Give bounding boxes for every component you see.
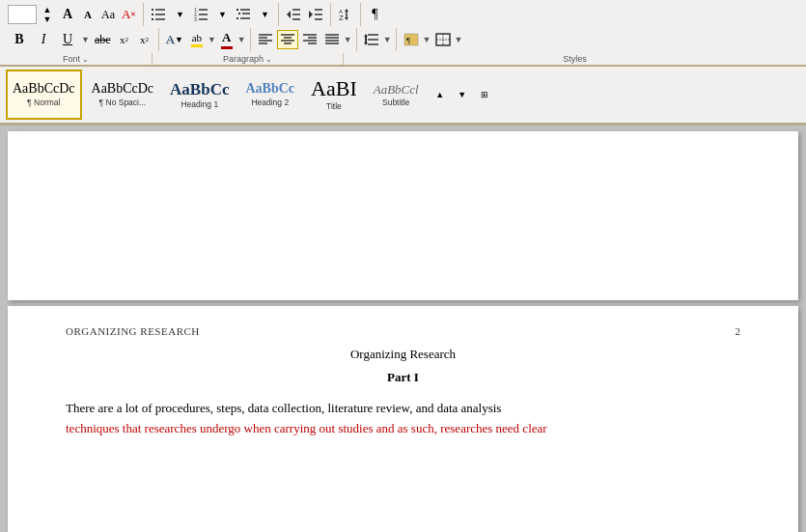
align-center-btn[interactable]: [277, 30, 298, 49]
numbered-list-btn[interactable]: 1.2.3.: [190, 5, 211, 24]
style-heading1-preview: AaBbCc: [170, 81, 229, 98]
font-size-group: 12 ▲ ▼ A A Aa A ✕: [4, 3, 144, 26]
indent-group: [279, 3, 331, 26]
styles-more-btn[interactable]: ⊞: [475, 70, 494, 120]
svg-marker-22: [309, 11, 313, 18]
bullet-list-btn[interactable]: [148, 5, 169, 24]
style-subtitle[interactable]: AaBbCcl Subtitle: [367, 70, 426, 120]
highlight-dropdown-arrow: ▼: [208, 35, 216, 44]
document-area: ORGANIZING RESEARCH 2 Organizing Researc…: [0, 126, 806, 532]
style-normal-label: ¶ Normal: [27, 98, 60, 107]
subscript-btn[interactable]: x2: [115, 30, 134, 49]
multilevel-list-dropdown[interactable]: ▼: [255, 5, 274, 24]
svg-text:Z: Z: [339, 14, 344, 22]
line-spacing-dropdown-arrow: ▼: [383, 35, 392, 44]
line-spacing-group: ▼: [357, 28, 397, 51]
page-header: ORGANIZING RESEARCH 2: [66, 325, 740, 337]
svg-rect-16: [236, 17, 238, 19]
list-group: ▼ 1.2.3. ▼ ▼: [144, 3, 279, 26]
styles-scroll-up-btn[interactable]: ▲: [431, 70, 450, 120]
font-color-btn[interactable]: A: [217, 30, 236, 49]
svg-marker-29: [345, 9, 348, 12]
styles-bar: AaBbCcDc ¶ Normal AaBbCcDc ¶ No Spaci...…: [0, 67, 806, 125]
show-para-group: ¶: [361, 3, 388, 26]
underline-dropdown-arrow: ▼: [81, 35, 90, 44]
page-body[interactable]: There are a lot of procedures, steps, da…: [66, 399, 740, 439]
alignment-group: ▼: [251, 28, 357, 51]
superscript-btn[interactable]: x2: [135, 30, 154, 49]
show-formatting-btn[interactable]: ¶: [365, 5, 384, 24]
style-normal-preview: AaBbCcDc: [13, 82, 75, 96]
decrease-indent-btn[interactable]: [283, 5, 304, 24]
shading-dropdown-arrow: ▼: [423, 35, 431, 44]
change-case-btn[interactable]: Aa: [98, 5, 118, 24]
font-group-label: Font ⌄: [0, 53, 153, 65]
svg-rect-12: [236, 9, 238, 11]
multilevel-list-btn[interactable]: [233, 5, 254, 24]
line-spacing-btn[interactable]: [361, 30, 382, 49]
align-left-btn[interactable]: [255, 30, 276, 49]
style-title-label: Title: [326, 101, 342, 111]
font-shrink-btn[interactable]: A: [78, 5, 97, 24]
font-color-dropdown-arrow: ▼: [237, 35, 246, 44]
svg-rect-14: [238, 13, 240, 14]
justify-btn[interactable]: [321, 30, 343, 49]
svg-marker-30: [345, 17, 348, 20]
svg-marker-18: [287, 11, 291, 18]
align-right-btn[interactable]: [299, 30, 320, 49]
svg-text:¶: ¶: [406, 36, 410, 45]
clear-format-btn[interactable]: A ✕: [119, 5, 139, 24]
styles-group-label: Styles: [344, 53, 806, 65]
underline-btn[interactable]: U: [56, 30, 79, 49]
style-subtitle-label: Subtitle: [382, 98, 409, 107]
bullet-list-dropdown[interactable]: ▼: [170, 5, 189, 24]
style-heading2-preview: AaBbCc: [246, 82, 295, 96]
bold-btn[interactable]: B: [8, 30, 31, 49]
svg-text:3.: 3.: [194, 16, 198, 22]
style-heading1[interactable]: AaBbCc Heading 1: [163, 70, 236, 120]
style-no-spacing-label: ¶ No Spaci...: [99, 98, 147, 107]
style-title[interactable]: AaBI Title: [304, 70, 364, 120]
page-number: 2: [736, 325, 741, 337]
paragraph-group-label: Paragraph ⌄: [153, 53, 344, 65]
style-subtitle-preview: AaBbCcl: [374, 83, 419, 96]
svg-rect-4: [152, 18, 153, 20]
style-no-spacing-preview: AaBbCcDc: [92, 82, 154, 96]
text-effects-group: A ▼ ab ▼ A ▼: [159, 28, 251, 51]
page-header-title: ORGANIZING RESEARCH: [66, 325, 200, 337]
font-format-group: B I U ▼ abc x2 x2: [4, 28, 159, 51]
style-normal[interactable]: AaBbCcDc ¶ Normal: [6, 70, 82, 120]
borders-btn[interactable]: [432, 30, 454, 49]
svg-marker-50: [364, 34, 368, 45]
page-2[interactable]: ORGANIZING RESEARCH 2 Organizing Researc…: [8, 306, 798, 532]
style-heading2-label: Heading 2: [251, 98, 289, 107]
body-paragraph-1: There are a lot of procedures, steps, da…: [66, 399, 740, 419]
highlight-btn[interactable]: ab: [187, 30, 207, 49]
font-size-down-btn[interactable]: ▼: [38, 14, 57, 24]
style-heading1-label: Heading 1: [181, 99, 218, 109]
sort-btn[interactable]: AZ: [335, 5, 356, 24]
toolbar-row-1: 12 ▲ ▼ A A Aa A ✕ ▼ 1.2.3. ▼: [0, 0, 806, 27]
style-heading2[interactable]: AaBbCc Heading 2: [239, 70, 302, 120]
font-grow-btn[interactable]: A: [58, 5, 77, 24]
increase-indent-btn[interactable]: [305, 5, 326, 24]
svg-rect-0: [152, 9, 153, 11]
justify-dropdown-arrow: ▼: [344, 35, 352, 44]
ribbon-wrapper: 12 ▲ ▼ A A Aa A ✕ ▼ 1.2.3. ▼: [0, 0, 806, 126]
font-size-up-btn[interactable]: ▲: [38, 5, 57, 14]
italic-btn[interactable]: I: [32, 30, 55, 49]
font-size-input[interactable]: 12: [8, 5, 37, 24]
text-effects-btn[interactable]: A ▼: [163, 30, 186, 49]
page-doc-subtitle: Part I: [66, 370, 740, 385]
strikethrough-btn[interactable]: abc: [92, 30, 114, 49]
shading-borders-group: ¶ ▼ ▼: [397, 28, 467, 51]
svg-rect-2: [152, 14, 153, 15]
toolbar-row-2: B I U ▼ abc x2 x2 A ▼ ab ▼ A: [0, 27, 806, 53]
style-no-spacing[interactable]: AaBbCcDc ¶ No Spaci...: [85, 70, 161, 120]
styles-scroll-down-btn[interactable]: ▼: [453, 70, 472, 120]
shading-btn[interactable]: ¶: [401, 30, 422, 49]
sort-group: AZ: [331, 3, 361, 26]
borders-dropdown-arrow: ▼: [455, 35, 463, 44]
numbered-list-dropdown[interactable]: ▼: [212, 5, 232, 24]
group-labels-row: Font ⌄ Paragraph ⌄ Styles: [0, 53, 806, 67]
